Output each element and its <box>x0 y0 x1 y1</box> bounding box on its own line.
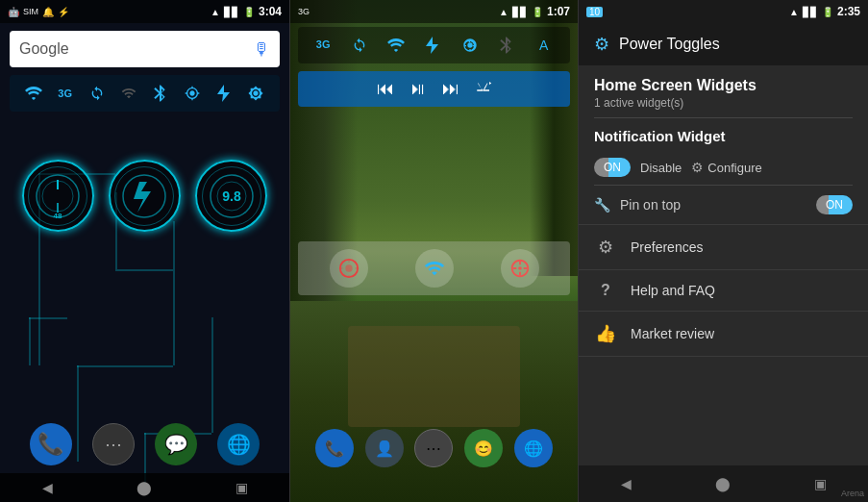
search-bar[interactable]: Google 🎙 <box>10 31 280 67</box>
float-toggles <box>298 241 570 295</box>
svg-point-8 <box>217 182 246 211</box>
configure-icon: ⚙ <box>691 160 704 175</box>
svg-point-1 <box>42 181 73 212</box>
dock-chrome[interactable]: 🌐 <box>514 429 553 467</box>
auto-toggle-2[interactable]: A <box>530 31 558 60</box>
sync-toggle-2[interactable] <box>345 31 374 60</box>
market-review-item[interactable]: 👍 Market review <box>579 312 868 357</box>
dock-phone-2[interactable]: 📞 <box>315 429 354 467</box>
signal-3: ▊▊ <box>803 7 818 17</box>
dock-browser[interactable]: 🌐 <box>217 423 260 465</box>
help-label: Help and FAQ <box>631 283 715 298</box>
back-btn-3[interactable]: ◀ <box>621 476 632 491</box>
back-btn-1[interactable]: ◀ <box>42 480 53 495</box>
dock-apps-2[interactable]: ⋯ <box>414 429 453 467</box>
svg-text:9.8: 9.8 <box>222 188 241 204</box>
help-icon: ? <box>594 282 617 299</box>
pin-label: Pin on top <box>620 197 681 213</box>
on-toggle[interactable]: ON <box>594 158 631 177</box>
time-1: 3:04 <box>259 5 282 18</box>
home-btn-1[interactable]: ⬤ <box>136 480 152 495</box>
svg-point-0 <box>37 175 79 217</box>
prev-btn[interactable]: ⏮ <box>377 79 394 99</box>
dock-apps[interactable]: ⋯ <box>92 423 135 465</box>
dock-2: 📞 👤 ⋯ 😊 🌐 <box>290 425 578 471</box>
battery-2: 🔋 <box>532 7 543 17</box>
float-toggle-1[interactable] <box>330 249 368 288</box>
3g-status-2: 3G <box>298 7 310 16</box>
float-toggle-2[interactable] <box>415 249 454 288</box>
wifi-status: ▲ <box>211 7 220 17</box>
on-toggle-label: ON <box>604 161 621 174</box>
battery-3: 🔋 <box>822 7 833 17</box>
time-3: 2:35 <box>837 5 860 18</box>
home-btn-3[interactable]: ⬤ <box>715 476 731 491</box>
bluetooth-status-icon: ⚡ <box>58 7 69 17</box>
configure-label: Configure <box>707 161 761 175</box>
pin-on-badge[interactable]: ON <box>816 195 853 214</box>
bell-icon: 🔔 <box>42 7 54 17</box>
preferences-item[interactable]: ⚙ Preferences <box>579 225 868 270</box>
svg-text:48: 48 <box>54 212 62 220</box>
panel2-media: 3G ▲ ▊▊ 🔋 1:07 3G A ⏮ ⏯ <box>289 0 579 502</box>
10-badge: 10 <box>586 7 603 17</box>
flash-toggle-2[interactable] <box>418 31 447 60</box>
section-title-1: Home Screen Widgets <box>579 65 868 96</box>
dock-1: 📞 ⋯ 💬 🌐 <box>0 415 289 473</box>
media-widget: ⏮ ⏯ ⏭ <box>298 71 570 107</box>
dock-contacts[interactable]: 👤 <box>365 429 404 467</box>
pin-left: 🔧 Pin on top <box>594 197 681 213</box>
signal-2: ▊▊ <box>512 7 528 17</box>
nav-bar-1: ◀ ⬤ ▣ <box>0 473 289 502</box>
gauge-lightning <box>109 160 181 232</box>
recent-btn-1[interactable]: ▣ <box>236 480 248 495</box>
market-icon: 👍 <box>594 323 617 344</box>
battery-status: 🔋 <box>243 7 255 17</box>
wifi-toggle-2[interactable] <box>382 31 410 60</box>
settings-header: ⚙ Power Toggles <box>579 23 868 65</box>
bluetooth-toggle-2[interactable] <box>492 31 521 60</box>
notification-widget-title: Notification Widget <box>579 118 868 150</box>
widget-controls: ON Disable ⚙ Configure <box>579 150 868 185</box>
status-icons-right-1: ▲ ▊▊ 🔋 3:04 <box>211 5 282 18</box>
mic-icon[interactable]: 🎙 <box>253 39 270 60</box>
svg-marker-6 <box>134 182 151 213</box>
preferences-label: Preferences <box>631 239 703 255</box>
dock-phone[interactable]: 📞 <box>30 423 72 465</box>
3g-toggle-2[interactable]: 3G <box>310 31 336 58</box>
shuffle-btn[interactable] <box>475 81 492 98</box>
status-right-2: ▲ ▊▊ 🔋 1:07 <box>499 5 570 18</box>
status-bar-2: 3G ▲ ▊▊ 🔋 1:07 <box>290 0 578 23</box>
dock-messages[interactable]: 💬 <box>155 423 197 465</box>
quick-toggles-2: 3G A <box>298 27 570 63</box>
pin-icon: 🔧 <box>594 197 610 213</box>
status-left-3: 10 <box>586 7 603 17</box>
float-toggle-3[interactable] <box>501 249 539 288</box>
next-btn[interactable]: ⏭ <box>442 79 459 99</box>
signal-status: ▊▊ <box>224 7 239 17</box>
status-bar-1: 🤖 SIM 🔔 ⚡ ▲ ▊▊ 🔋 3:04 <box>0 0 289 23</box>
preferences-icon: ⚙ <box>594 237 617 258</box>
gauge-number: 9.8 <box>195 160 267 232</box>
nav-bar-3: ◀ ⬤ ▣ <box>579 465 868 502</box>
disable-btn[interactable]: Disable <box>640 161 682 175</box>
svg-point-5 <box>123 175 165 217</box>
svg-point-7 <box>211 175 253 217</box>
dock-chat[interactable]: 😊 <box>464 429 503 467</box>
gps-toggle-2[interactable] <box>456 31 484 60</box>
configure-btn[interactable]: ⚙ Configure <box>691 160 761 175</box>
market-label: Market review <box>631 326 714 341</box>
status-right-3: ▲ ▊▊ 🔋 2:35 <box>789 5 860 18</box>
sim-icon: SIM <box>23 7 38 16</box>
settings-title: Power Toggles <box>619 36 720 53</box>
wifi-icon-3: ▲ <box>789 7 799 17</box>
play-pause-btn[interactable]: ⏯ <box>409 79 427 99</box>
wifi-icon-2: ▲ <box>499 7 508 17</box>
watermark: Arena <box>841 489 864 498</box>
help-faq-item[interactable]: ? Help and FAQ <box>579 270 868 312</box>
recent-btn-3[interactable]: ▣ <box>814 476 827 491</box>
pin-on-top-row: 🔧 Pin on top ON <box>579 186 868 225</box>
section-subtitle-1: 1 active widget(s) <box>579 96 868 117</box>
svg-point-10 <box>467 42 472 47</box>
panel3-settings: 10 ▲ ▊▊ 🔋 2:35 ⚙ Power Toggles Home Scre… <box>579 0 868 502</box>
